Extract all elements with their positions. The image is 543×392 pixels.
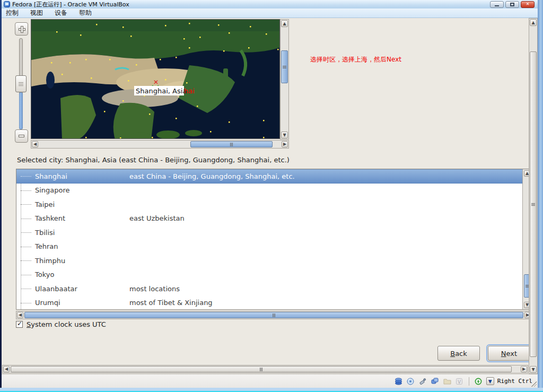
utc-checkbox-row[interactable]: System clock uses UTC [16, 320, 106, 328]
city-name: Taipei [35, 201, 129, 208]
minimize-icon [495, 5, 499, 6]
scroll-down-icon[interactable]: ▼ [530, 366, 537, 373]
city-name: Urumqi [35, 299, 129, 307]
city-list-row[interactable]: Taipei [16, 197, 522, 212]
city-description: east Uzbekistan [129, 214, 522, 222]
maximize-icon [510, 3, 514, 6]
city-list-row[interactable]: Shanghai east China - Beijing, Guangdong… [16, 169, 522, 184]
scroll-left-icon[interactable]: ◀ [17, 312, 23, 318]
city-list-row[interactable]: Singapore [16, 184, 522, 198]
mouse-integration-icon[interactable] [474, 377, 483, 385]
guest-vertical-scroll-thumb[interactable] [530, 51, 537, 357]
scroll-right-icon[interactable]: ▶ [282, 141, 288, 147]
menu-item-0[interactable]: 控制 [6, 8, 19, 18]
back-button[interactable]: Back [437, 346, 480, 361]
map-zoom-out-button[interactable] [15, 129, 28, 143]
virtualization-icon[interactable]: V [455, 377, 464, 385]
city-name: Tehran [35, 242, 129, 250]
map-vertical-scrollbar[interactable]: ▲ ▼ [280, 19, 289, 140]
plus-icon [19, 26, 24, 32]
city-name: Tokyo [35, 271, 129, 278]
next-button[interactable]: Next [488, 346, 530, 361]
map-horizontal-scrollbar[interactable]: ◀ ▶ [31, 140, 289, 149]
city-list-row[interactable]: Urumqi most of Tibet & Xinjiang [16, 296, 522, 310]
guest-vertical-scrollbar[interactable]: ▲ ▼ [529, 18, 538, 374]
status-bar: V ▼ Right Ctrl [2, 374, 538, 388]
close-icon: ✕ [526, 2, 530, 6]
city-list-row[interactable]: Tehran [16, 240, 522, 254]
menu-item-3[interactable]: 帮助 [79, 8, 92, 18]
network-icon[interactable] [431, 377, 440, 385]
scroll-right-icon[interactable]: ▶ [521, 366, 527, 372]
city-list-row[interactable]: Thimphu [16, 254, 522, 268]
city-description: most of Tibet & Xinjiang [129, 299, 522, 307]
city-list-row[interactable]: Tbilisi [16, 225, 522, 240]
scroll-up-icon[interactable]: ▲ [530, 19, 537, 26]
city-name: Tbilisi [35, 229, 129, 237]
guest-horizontal-scroll-thumb[interactable] [11, 366, 512, 372]
virtualbox-app-icon [4, 1, 10, 7]
map-marker-x: ✕ [153, 79, 159, 86]
city-list[interactable]: Shanghai east China - Beijing, Guangdong… [16, 169, 532, 310]
city-name: Shanghai [35, 172, 129, 180]
window-right-border [538, 0, 543, 388]
map-zoom-slider-handle[interactable] [15, 75, 27, 92]
list-horizontal-scroll-thumb[interactable] [24, 312, 523, 318]
scroll-down-icon[interactable]: ▼ [281, 132, 288, 138]
map-horizontal-scroll-thumb[interactable] [190, 141, 273, 147]
selected-city-label: Selected city: Shanghai, Asia (east Chin… [17, 156, 290, 164]
scroll-left-icon[interactable]: ◀ [3, 366, 10, 372]
optical-disc-icon[interactable] [406, 377, 415, 385]
map-vertical-scroll-thumb[interactable] [281, 50, 288, 83]
map-red-overlap-text: hai [184, 87, 195, 95]
city-list-row[interactable]: Ulaanbaatar most locations [16, 282, 522, 296]
map-zoom-in-button[interactable] [15, 22, 28, 36]
city-list-row[interactable]: Tokyo [16, 268, 522, 282]
city-name: Tashkent [35, 214, 129, 222]
window-bottom-border [0, 388, 543, 392]
close-button[interactable]: ✕ [521, 1, 535, 8]
usb-icon[interactable] [418, 377, 427, 385]
guest-screen: ✕ Shanghai, Asia hai ▲ ▼ ◀ ▶ 选择时区，选择上海，然… [2, 18, 538, 374]
hdd-icon[interactable] [394, 377, 403, 385]
checkbox-checked-icon[interactable] [16, 321, 23, 328]
city-name: Singapore [35, 186, 129, 194]
city-description: most locations [129, 285, 522, 293]
statusbar-separator [469, 377, 469, 386]
virtualbox-window: Fedora [正在运行] - Oracle VM VirtualBox ✕ 控… [0, 0, 543, 392]
menu-item-1[interactable]: 视图 [30, 8, 43, 18]
tutorial-annotation: 选择时区，选择上海，然后Next [310, 55, 401, 64]
utc-checkbox-label: System clock uses UTC [27, 320, 106, 328]
city-name: Thimphu [35, 257, 129, 265]
map-zoom-slider-fill [19, 92, 23, 129]
svg-text:V: V [458, 379, 461, 384]
city-description: east China - Beijing, Guangdong, Shangha… [129, 172, 522, 180]
city-name: Ulaanbaatar [35, 285, 129, 293]
resize-grip[interactable] [531, 381, 537, 387]
host-key-label: Right Ctrl [497, 378, 532, 385]
title-bar[interactable]: Fedora [正在运行] - Oracle VM VirtualBox ✕ [2, 0, 538, 8]
city-list-rows: Shanghai east China - Beijing, Guangdong… [16, 169, 522, 309]
shared-folder-icon[interactable] [443, 377, 452, 385]
map-city-tooltip: Shanghai, Asia [136, 87, 187, 95]
timezone-map[interactable]: ✕ Shanghai, Asia hai [31, 19, 280, 139]
window-title: Fedora [正在运行] - Oracle VM VirtualBox [12, 1, 488, 8]
city-list-horizontal-scrollbar[interactable]: ◀ ▶ [16, 311, 532, 319]
host-key-icon[interactable]: ▼ [486, 377, 494, 385]
menu-item-2[interactable]: 设备 [55, 8, 67, 18]
scroll-left-icon[interactable]: ◀ [32, 141, 38, 147]
city-list-row[interactable]: Tashkent east Uzbekistan [16, 212, 522, 226]
maximize-button[interactable] [505, 1, 519, 8]
minimize-button[interactable] [490, 1, 504, 8]
scroll-up-icon[interactable]: ▲ [281, 20, 288, 27]
menu-bar: 控制视图设备帮助 [2, 8, 538, 18]
guest-horizontal-scrollbar[interactable]: ◀ ▶ [2, 365, 528, 373]
minus-icon [19, 135, 24, 137]
